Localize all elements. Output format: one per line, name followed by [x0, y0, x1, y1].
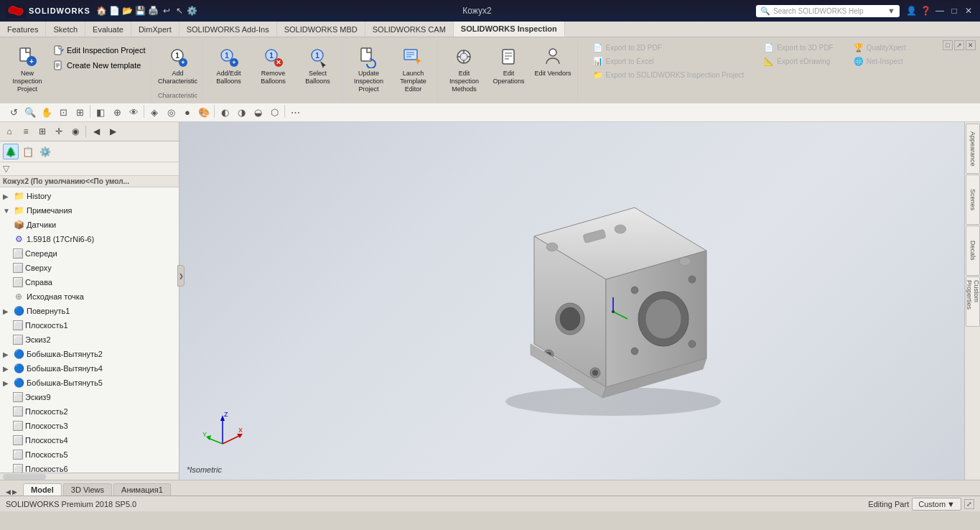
tree-item-sketch9[interactable]: ⬜ Эскиз9 — [0, 390, 179, 404]
tree-item-boss3[interactable]: ▶ 🔵 Бобышка-Вытянуть5 — [0, 376, 179, 390]
close-icon[interactable]: ✕ — [963, 5, 974, 17]
quality-xpert-button[interactable]: 🏆 QualityXpert — [851, 42, 909, 54]
tree-item-front[interactable]: ⬜ Спереди — [0, 246, 179, 261]
minimize-icon[interactable]: — — [934, 5, 946, 17]
help-icon[interactable]: ❓ — [920, 5, 931, 17]
export-sw-inspection-button[interactable]: 📁 Export to SOLIDWORKS Inspection Projec… — [590, 69, 747, 81]
display-pane-icon[interactable]: ⋯ — [287, 105, 303, 121]
tree-item-sensors[interactable]: 📦 Датчики — [0, 218, 179, 232]
tab-nav-right[interactable]: ▶ — [12, 488, 17, 496]
feature-tree-icon[interactable]: 🌲 — [3, 144, 19, 159]
new-inspection-project-button[interactable]: + New Inspection Project — [6, 43, 49, 95]
export-excel-button[interactable]: 📊 Export to Excel — [590, 55, 747, 68]
tab-animation[interactable]: Анимация1 — [113, 483, 171, 496]
tree-item-sketch2[interactable]: ⬜ Эскиз2 — [0, 333, 179, 347]
color-icon[interactable]: 🎨 — [196, 105, 212, 121]
tab-evaluate[interactable]: Evaluate — [85, 22, 131, 37]
edit-inspection-project-button[interactable]: Edit Inspection Project — [50, 43, 148, 57]
options-icon[interactable]: ⚙️ — [187, 5, 198, 17]
custom-prop-btn[interactable]: Custom Properties — [966, 276, 980, 327]
shaded-icon[interactable]: ● — [179, 105, 195, 121]
ribbon-minimize-icon[interactable]: □ — [943, 40, 953, 50]
panel-collapse-arrow[interactable]: ❯ — [177, 265, 185, 287]
tab-mbd[interactable]: SOLIDWORKS MBD — [277, 22, 365, 37]
tab-sketch[interactable]: Sketch — [46, 22, 85, 37]
open-icon[interactable]: 📂 — [122, 5, 134, 17]
undo-icon[interactable]: ↩ — [161, 5, 172, 17]
tab-dimxpert[interactable]: DimXpert — [131, 22, 179, 37]
config-icon[interactable]: ⚙️ — [37, 144, 53, 159]
realview-icon[interactable]: ◐ — [217, 105, 233, 121]
home-icon[interactable]: 🏠 — [96, 5, 108, 17]
print-icon[interactable]: 🖨️ — [148, 5, 159, 17]
tab-model[interactable]: Model — [23, 483, 62, 496]
tab-addins[interactable]: SOLIDWORKS Add-Ins — [179, 22, 277, 37]
status-resize-icon[interactable]: ⤢ — [964, 499, 974, 509]
tree-item-boss2[interactable]: ▶ 🔵 Бобышка-Вытянуть4 — [0, 361, 179, 376]
tab-cam[interactable]: SOLIDWORKS CAM — [365, 22, 454, 37]
tree-area[interactable]: ▶ 📁 History ▼ 📁 Примечания 📦 Датчики ⚙ 1… — [0, 187, 179, 473]
panel-list-icon[interactable]: ≡ — [18, 124, 34, 139]
edit-operations-button[interactable]: Edit Operations — [487, 43, 530, 88]
shadows-icon[interactable]: ◑ — [233, 105, 249, 121]
search-dropdown-icon[interactable]: ▼ — [887, 6, 895, 15]
user-icon[interactable]: 👤 — [905, 5, 917, 17]
tab-features[interactable]: Features — [0, 22, 46, 37]
viewport[interactable]: Z X Y *Isometric — [179, 122, 964, 480]
tree-item-right[interactable]: ⬜ Справа — [0, 275, 179, 289]
tab-inspection[interactable]: SOLIDWORKS Inspection — [454, 22, 565, 37]
update-inspection-button[interactable]: Update Inspection Project — [347, 43, 390, 95]
ribbon-restore-icon[interactable]: ↗ — [954, 40, 964, 50]
add-edit-balloons-button[interactable]: 1+ Add/Edit Balloons — [207, 43, 250, 88]
panel-prev-icon[interactable]: ◀ — [88, 124, 104, 139]
add-characteristic-button[interactable]: 1+ Add Characteristic — [156, 43, 199, 88]
tree-item-plane2[interactable]: ⬜ Плоскость2 — [0, 404, 179, 419]
edit-vendors-button[interactable]: Edit Vendors — [531, 43, 574, 80]
panel-home-icon[interactable]: ⌂ — [1, 124, 17, 139]
ribbon-close-icon[interactable]: ✕ — [966, 40, 976, 50]
tree-item-rotate1[interactable]: ▶ 🔵 Повернуть1 — [0, 304, 179, 318]
panel-grid-icon[interactable]: ⊞ — [34, 124, 50, 139]
zoom-fit-icon[interactable]: ⊡ — [55, 105, 71, 121]
export-3d-pdf-button[interactable]: 📄 Export to 3D PDF — [761, 42, 836, 54]
property-icon[interactable]: 📋 — [20, 144, 36, 159]
edit-inspection-methods-button[interactable]: Edit Inspection Methods — [442, 43, 485, 95]
tab-nav-left[interactable]: ◀ — [6, 488, 11, 496]
tree-item-notes[interactable]: ▼ 📁 Примечания — [0, 203, 179, 218]
tree-item-boss1[interactable]: ▶ 🔵 Бобышка-Вытянуть2 — [0, 347, 179, 361]
rotate-view-icon[interactable]: ↺ — [6, 105, 22, 121]
h-scrollbar[interactable] — [0, 473, 179, 480]
tab-3d-views[interactable]: 3D Views — [63, 483, 112, 496]
export-2d-pdf-button[interactable]: 📄 Export to 2D PDF — [590, 42, 747, 54]
scenes-btn[interactable]: Scenes — [966, 175, 980, 225]
decals-btn[interactable]: Decals — [966, 226, 980, 276]
panel-next-icon[interactable]: ▶ — [105, 124, 121, 139]
tree-item-top[interactable]: ⬜ Сверху — [0, 261, 179, 275]
zoom-icon[interactable]: 🔍 — [22, 105, 38, 121]
search-bar[interactable]: 🔍 Search SOLIDWORKS Help ▼ — [756, 5, 900, 17]
create-template-button[interactable]: Create New template — [50, 58, 148, 73]
select-balloons-button[interactable]: 1 Select Balloons — [296, 43, 339, 88]
tree-item-plane4[interactable]: ⬜ Плоскость4 — [0, 433, 179, 447]
tree-item-plane3[interactable]: ⬜ Плоскость3 — [0, 419, 179, 433]
scene-icon[interactable]: ⬡ — [266, 105, 282, 121]
h-scroll-thumb[interactable] — [3, 474, 46, 480]
display-style-icon[interactable]: ◈ — [146, 105, 162, 121]
pan-icon[interactable]: ✋ — [39, 105, 55, 121]
tree-item-plane6[interactable]: ⬜ Плоскость6 — [0, 462, 179, 473]
tree-item-origin[interactable]: ⊕ Исходная точка — [0, 289, 179, 304]
tree-item-plane1[interactable]: ⬜ Плоскость1 — [0, 318, 179, 333]
maximize-icon[interactable]: □ — [948, 5, 960, 17]
cursor-icon[interactable]: ↖ — [174, 5, 185, 17]
net-inspect-button[interactable]: 🌐 Net-Inspect — [851, 55, 909, 68]
zoom-select-icon[interactable]: ⊞ — [72, 105, 88, 121]
appearance-btn[interactable]: Appearance — [966, 124, 980, 174]
panel-cross-icon[interactable]: ✛ — [51, 124, 67, 139]
new-icon[interactable]: 📄 — [109, 5, 121, 17]
tree-item-material[interactable]: ⚙ 1.5918 (17CrNi6-6) — [0, 232, 179, 246]
panel-circle-icon[interactable]: ◉ — [67, 124, 83, 139]
section-view-icon[interactable]: ◧ — [93, 105, 108, 121]
launch-template-button[interactable]: Launch Template Editor — [391, 43, 434, 95]
custom-button[interactable]: Custom ▼ — [912, 498, 961, 511]
remove-balloons-button[interactable]: 1✕ Remove Balloons — [251, 43, 294, 88]
